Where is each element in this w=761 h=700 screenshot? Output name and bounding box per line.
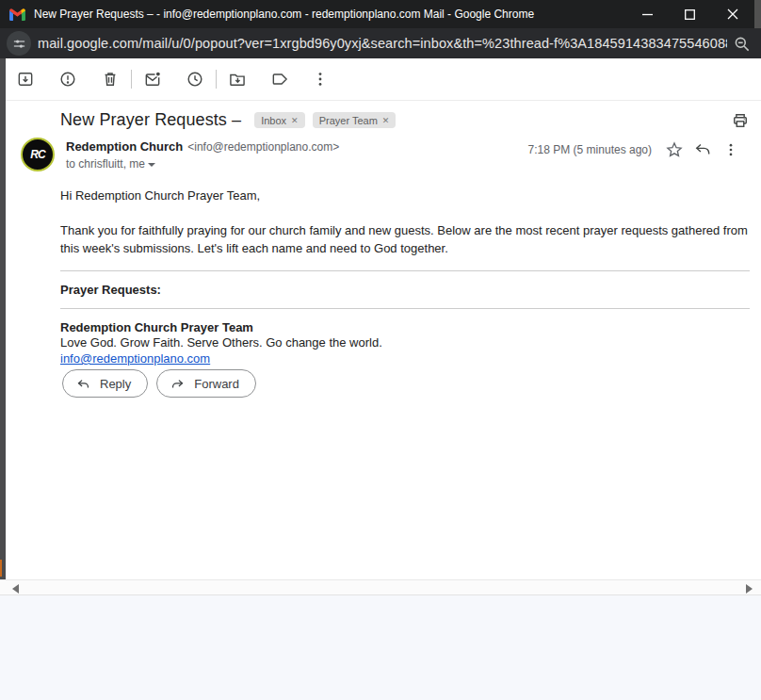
remove-label-icon[interactable]: ✕ (291, 116, 299, 125)
move-to-icon[interactable] (222, 64, 252, 94)
left-edge-marker (0, 560, 2, 577)
sender-row: RC Redemption Church <info@redemptionpla… (21, 136, 746, 173)
sender-avatar[interactable]: RC (21, 138, 55, 171)
horizontal-scrollbar[interactable] (0, 579, 761, 595)
url-text[interactable]: mail.google.com/mail/u/0/popout?ver=1xrg… (38, 36, 727, 51)
label-chip-inbox[interactable]: Inbox ✕ (254, 112, 304, 128)
email-toolbar (0, 58, 761, 101)
label-icon[interactable] (265, 64, 295, 94)
sender-lines: Redemption Church <info@redemptionplano.… (66, 139, 339, 171)
label-chip-prayer-team[interactable]: Prayer Team ✕ (313, 112, 397, 128)
close-button[interactable] (711, 0, 753, 28)
star-icon[interactable] (664, 139, 684, 159)
address-bar: mail.google.com/mail/u/0/popout?ver=1xrg… (0, 28, 761, 58)
snooze-icon[interactable] (180, 64, 210, 94)
site-settings-icon[interactable] (7, 31, 31, 56)
more-message-options-icon[interactable] (721, 139, 740, 159)
reply-arrow-icon (75, 376, 91, 392)
label-chip-text: Prayer Team (319, 115, 378, 126)
report-spam-icon[interactable] (53, 64, 83, 94)
titlebar-edge (754, 0, 761, 28)
maximize-button[interactable] (669, 0, 711, 28)
window-title: New Prayer Requests – - info@redemptionp… (34, 8, 534, 21)
label-chips: Inbox ✕ Prayer Team ✕ (254, 112, 396, 128)
sender-email: <info@redemptionplano.com> (187, 140, 339, 154)
signature-email-link[interactable]: info@redemptionplano.com (60, 351, 210, 366)
forward-arrow-icon (170, 376, 186, 392)
reply-button-label: Reply (100, 377, 131, 391)
window-background (0, 595, 761, 700)
scroll-left-icon[interactable] (12, 584, 19, 594)
divider (60, 308, 750, 309)
delete-icon[interactable] (95, 64, 125, 94)
forward-button-label: Forward (194, 377, 239, 391)
recipients-text: to chrisfluitt, me (66, 157, 145, 171)
email-body: Hi Redemption Church Prayer Team, Thank … (60, 187, 750, 366)
window-controls (626, 0, 753, 28)
quick-actions: Reply Forward (62, 369, 256, 398)
zoom-search-icon[interactable] (727, 29, 755, 57)
label-chip-text: Inbox (261, 115, 286, 126)
email-subject: New Prayer Requests – (60, 110, 241, 130)
browser-window: New Prayer Requests – - info@redemptionp… (0, 0, 761, 700)
reply-button[interactable]: Reply (62, 369, 148, 398)
signature-tagline: Love God. Grow Faith. Serve Others. Go c… (60, 335, 750, 350)
subject-row: New Prayer Requests – Inbox ✕ Prayer Tea… (60, 110, 396, 130)
recipients-toggle[interactable]: to chrisfluitt, me (66, 157, 339, 171)
window-titlebar: New Prayer Requests – - info@redemptionp… (0, 0, 761, 28)
email-content: New Prayer Requests – Inbox ✕ Prayer Tea… (6, 101, 761, 579)
forward-button[interactable]: Forward (156, 369, 256, 398)
signature: Redemption Church Prayer Team Love God. … (60, 320, 750, 366)
more-options-icon[interactable] (305, 64, 335, 94)
chevron-down-icon (148, 163, 155, 167)
signature-name: Redemption Church Prayer Team (60, 320, 750, 335)
greeting: Hi Redemption Church Prayer Team, (60, 187, 750, 204)
toolbar-divider (216, 70, 217, 89)
print-icon[interactable] (731, 111, 750, 130)
divider (60, 270, 750, 271)
sender-name: Redemption Church (66, 139, 183, 154)
archive-icon[interactable] (10, 64, 40, 94)
reply-icon[interactable] (692, 139, 712, 159)
mark-unread-icon[interactable] (138, 64, 168, 94)
message-meta: 7:18 PM (5 minutes ago) (528, 139, 740, 159)
timestamp: 7:18 PM (5 minutes ago) (528, 143, 652, 156)
section-heading: Prayer Requests: (60, 281, 750, 299)
remove-label-icon[interactable]: ✕ (382, 116, 390, 125)
body-paragraph: Thank you for faithfully praying for our… (60, 221, 750, 257)
gmail-favicon-icon (9, 8, 25, 21)
minimize-button[interactable] (626, 0, 669, 28)
toolbar-divider (131, 70, 132, 89)
scroll-right-icon[interactable] (746, 584, 753, 594)
